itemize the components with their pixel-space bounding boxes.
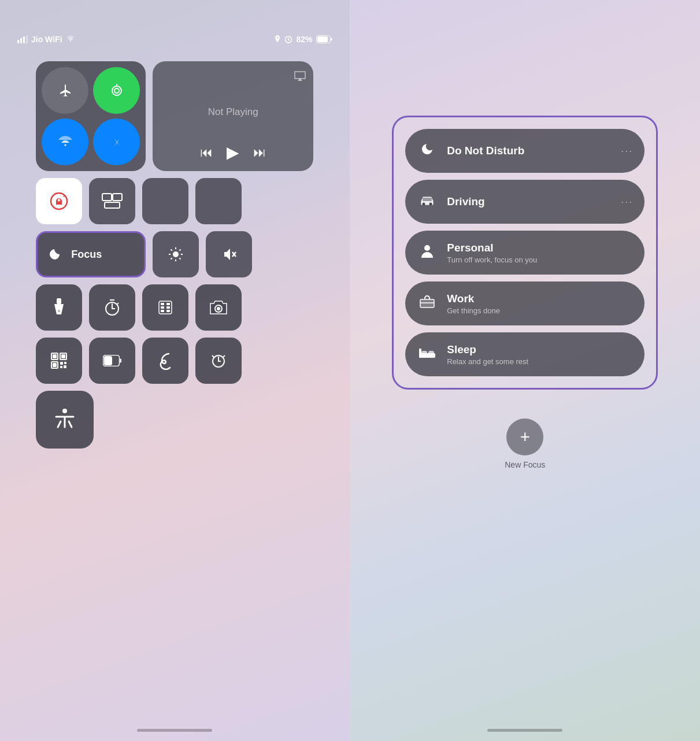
mute-button[interactable] (206, 231, 252, 277)
svg-rect-65 (421, 351, 427, 355)
carrier-label: Jio WiFi (31, 35, 62, 44)
svg-line-31 (117, 303, 118, 304)
svg-point-28 (58, 310, 60, 312)
screen-lock-button[interactable] (36, 178, 82, 224)
status-right: 82% (274, 35, 332, 44)
svg-point-57 (423, 203, 425, 206)
brightness-icon (168, 246, 184, 262)
svg-rect-48 (64, 362, 66, 364)
focus-item-sleep[interactable]: Sleep Relax and get some rest (405, 332, 645, 376)
status-left: Jio WiFi (17, 35, 75, 44)
svg-point-40 (217, 307, 220, 310)
flashlight-button[interactable] (36, 284, 82, 331)
fastforward-button[interactable]: ⏭ (253, 145, 266, 160)
person-focus-icon (417, 243, 438, 262)
row-2 (36, 178, 313, 224)
driving-title: Driving (447, 195, 612, 208)
svg-rect-46 (53, 363, 57, 367)
svg-point-58 (429, 203, 432, 206)
alarm-icon (210, 352, 227, 369)
car-focus-icon (417, 194, 438, 209)
now-playing-block[interactable]: Not Playing ⏮ ▶ ⏭ (153, 61, 313, 171)
battery-label: 82% (296, 35, 312, 44)
svg-rect-6 (317, 36, 328, 42)
row-5 (36, 338, 313, 384)
mute-icon (221, 246, 237, 262)
bluetooth-button[interactable] (93, 118, 140, 165)
svg-rect-37 (161, 310, 164, 312)
sleep-text: Sleep Relax and get some rest (447, 343, 633, 366)
plus-icon: + (520, 427, 530, 447)
camera-button[interactable] (195, 284, 242, 331)
svg-rect-14 (113, 194, 122, 201)
personal-title: Personal (447, 242, 633, 254)
new-focus-button[interactable]: + (506, 418, 543, 455)
left-panel: Jio WiFi 82% (0, 0, 350, 741)
control-center-grid: Not Playing ⏮ ▶ ⏭ (24, 61, 325, 449)
svg-line-23 (180, 250, 181, 251)
cc-blank-1[interactable] (142, 178, 188, 224)
bed-focus-icon (417, 346, 438, 362)
svg-rect-66 (428, 351, 434, 355)
focus-item-do-not-disturb[interactable]: Do Not Disturb ··· (405, 129, 645, 173)
brightness-button[interactable] (153, 231, 199, 277)
calculator-button[interactable] (142, 284, 188, 331)
svg-rect-36 (166, 306, 170, 309)
svg-line-54 (212, 355, 214, 358)
moon-icon (47, 246, 64, 263)
airplane-mode-button[interactable] (42, 67, 88, 114)
driving-more[interactable]: ··· (621, 196, 633, 208)
qr-scanner-button[interactable] (36, 338, 82, 384)
row-3: Focus (36, 231, 313, 277)
timer-button[interactable] (89, 284, 135, 331)
sleep-title: Sleep (447, 343, 633, 356)
focus-item-driving[interactable]: Driving ··· (405, 180, 645, 224)
svg-rect-52 (104, 356, 112, 365)
wifi-status-icon (66, 36, 75, 43)
screen-mirror-button[interactable] (89, 178, 135, 224)
do-not-disturb-text: Do Not Disturb (447, 145, 612, 157)
svg-rect-13 (102, 194, 112, 201)
svg-rect-35 (161, 306, 164, 309)
cellular-button[interactable] (93, 67, 140, 114)
wifi-button[interactable] (42, 118, 88, 165)
svg-rect-34 (166, 303, 170, 305)
work-title: Work (447, 292, 633, 305)
focus-button[interactable]: Focus (36, 231, 146, 277)
work-subtitle: Get things done (447, 306, 633, 315)
shazam-button[interactable] (142, 338, 188, 384)
sleep-subtitle: Relax and get some rest (447, 357, 633, 366)
svg-line-21 (171, 250, 172, 251)
focus-label: Focus (71, 249, 102, 261)
do-not-disturb-title: Do Not Disturb (447, 145, 612, 157)
svg-rect-44 (61, 354, 65, 358)
do-not-disturb-more[interactable]: ··· (621, 145, 633, 157)
svg-rect-47 (60, 362, 63, 365)
home-indicator-right (487, 729, 562, 732)
focus-item-personal[interactable]: Personal Turn off work, focus on you (405, 231, 645, 275)
accessibility-button[interactable] (36, 391, 94, 449)
connectivity-block[interactable] (36, 61, 146, 171)
signal-icon (17, 35, 28, 43)
airplay-icon (294, 71, 306, 81)
battery-monitor-button[interactable] (89, 338, 135, 384)
play-button[interactable]: ▶ (227, 143, 239, 162)
alarm-button[interactable] (195, 338, 242, 384)
rewind-button[interactable]: ⏮ (200, 145, 213, 160)
svg-rect-15 (105, 202, 120, 208)
camera-icon (209, 300, 228, 315)
qr-scanner-icon (50, 352, 68, 369)
driving-text: Driving (447, 195, 612, 208)
svg-point-16 (173, 251, 179, 257)
focus-list-container: Do Not Disturb ··· Driving ··· Personal … (392, 116, 658, 390)
svg-rect-50 (64, 365, 66, 368)
home-indicator-left (137, 729, 212, 732)
battery-monitor-icon (103, 355, 121, 366)
now-playing-top (160, 71, 306, 81)
cc-blank-2[interactable] (195, 178, 242, 224)
focus-item-work[interactable]: Work Get things done (405, 281, 645, 325)
svg-rect-27 (57, 298, 61, 304)
svg-line-24 (171, 258, 172, 259)
row-6 (36, 391, 313, 449)
svg-rect-1 (20, 38, 22, 43)
